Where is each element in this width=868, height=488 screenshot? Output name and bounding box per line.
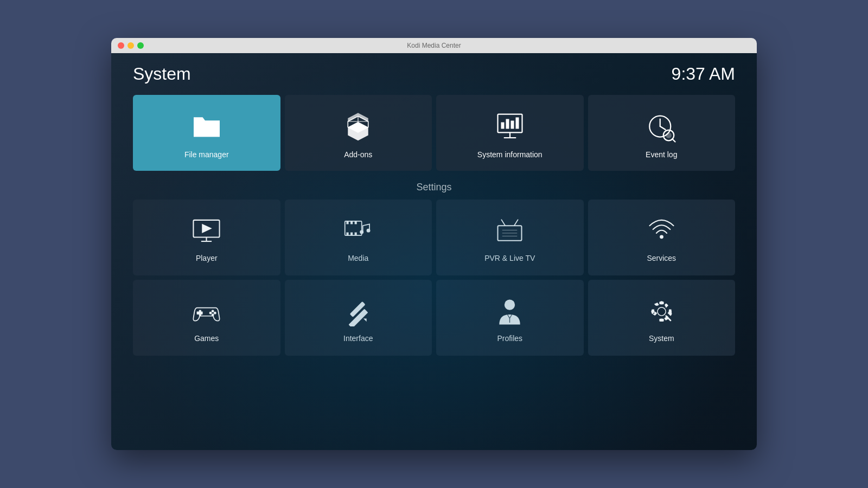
svg-rect-23	[354, 232, 356, 235]
system-info-icon	[494, 110, 526, 143]
svg-point-37	[209, 311, 212, 314]
svg-point-42	[505, 299, 515, 310]
svg-marker-41	[363, 317, 368, 322]
games-icon	[192, 297, 221, 326]
profiles-label: Profiles	[497, 334, 522, 343]
services-icon	[647, 216, 676, 246]
minimize-button[interactable]	[127, 42, 134, 49]
svg-rect-21	[346, 232, 348, 235]
services-item[interactable]: Services	[588, 200, 736, 275]
file-manager-item[interactable]: File manager	[133, 95, 280, 171]
svg-line-27	[502, 220, 506, 226]
header: System 9:37 AM	[133, 64, 735, 84]
svg-line-28	[514, 220, 518, 226]
svg-rect-20	[354, 221, 356, 224]
svg-point-35	[212, 310, 214, 312]
close-button[interactable]	[118, 42, 124, 49]
settings-row2: Games Interface	[133, 280, 735, 356]
interface-icon	[343, 297, 373, 326]
svg-point-36	[214, 311, 216, 314]
player-item[interactable]: Player	[133, 200, 280, 275]
maximize-button[interactable]	[137, 42, 144, 49]
event-log-label: Event log	[646, 150, 677, 159]
interface-item[interactable]: Interface	[285, 280, 432, 356]
svg-point-44	[658, 307, 665, 315]
svg-marker-16	[202, 223, 213, 233]
window-title: Kodi Media Center	[407, 42, 461, 49]
folder-icon	[190, 110, 223, 143]
mac-window: Kodi Media Center System 9:37 AM File ma…	[111, 38, 757, 450]
profiles-icon	[495, 297, 525, 326]
svg-point-38	[212, 313, 214, 316]
media-item[interactable]: Media	[285, 200, 432, 275]
svg-rect-22	[350, 232, 353, 235]
interface-label: Interface	[343, 334, 373, 343]
top-grid: File manager Add-ons	[133, 95, 735, 171]
app-content: System 9:37 AM File manager	[111, 53, 757, 450]
settings-row1: Player Media	[133, 200, 735, 275]
svg-point-12	[666, 132, 672, 138]
svg-rect-19	[350, 221, 353, 224]
player-icon	[192, 216, 221, 246]
svg-rect-3	[501, 123, 504, 129]
player-label: Player	[196, 254, 218, 262]
svg-point-24	[360, 230, 363, 234]
system-item[interactable]: System	[588, 280, 736, 356]
svg-line-9	[660, 126, 666, 130]
media-icon	[343, 216, 373, 246]
event-log-icon	[645, 110, 678, 143]
services-label: Services	[647, 254, 676, 262]
pvr-icon	[495, 216, 525, 246]
system-information-label: System information	[477, 150, 542, 159]
svg-point-25	[366, 228, 370, 232]
svg-rect-18	[346, 221, 348, 224]
title-bar: Kodi Media Center	[111, 38, 757, 53]
addons-icon	[342, 110, 374, 143]
svg-rect-34	[197, 311, 203, 314]
system-icon	[647, 297, 676, 326]
svg-rect-4	[506, 119, 509, 129]
page-title: System	[133, 64, 191, 84]
pvr-label: PVR & Live TV	[484, 254, 535, 262]
system-label: System	[649, 334, 674, 343]
profiles-item[interactable]: Profiles	[436, 280, 584, 356]
svg-point-32	[660, 235, 663, 239]
event-log-item[interactable]: Event log	[588, 95, 736, 171]
svg-line-11	[673, 139, 675, 142]
add-ons-item[interactable]: Add-ons	[285, 95, 432, 171]
system-information-item[interactable]: System information	[436, 95, 584, 171]
settings-label: Settings	[133, 182, 735, 193]
svg-rect-5	[510, 121, 514, 129]
games-item[interactable]: Games	[133, 280, 280, 356]
file-manager-label: File manager	[184, 150, 229, 159]
add-ons-label: Add-ons	[344, 150, 372, 159]
media-label: Media	[348, 254, 368, 262]
traffic-lights	[118, 42, 144, 49]
games-label: Games	[194, 334, 219, 343]
svg-rect-6	[515, 118, 519, 129]
clock: 9:37 AM	[672, 64, 735, 84]
pvr-live-tv-item[interactable]: PVR & Live TV	[436, 200, 584, 275]
